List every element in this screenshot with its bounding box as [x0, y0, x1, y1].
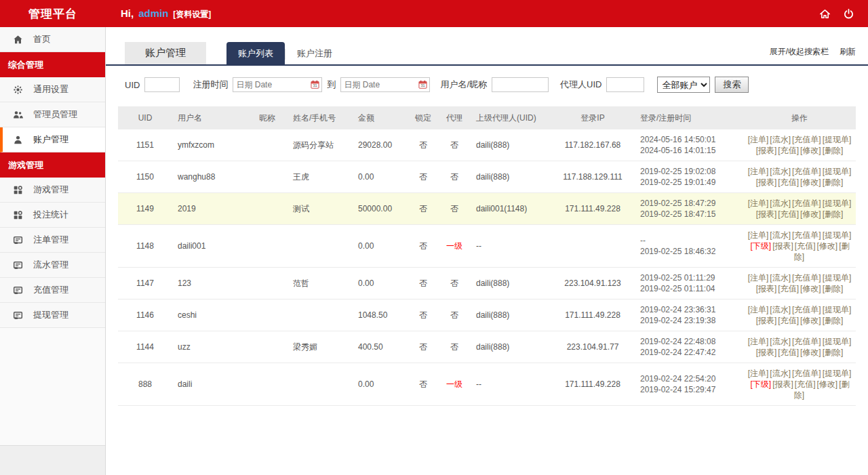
op-link[interactable]: [报表] [772, 241, 793, 251]
op-link[interactable]: [充值] [778, 284, 799, 293]
toggle-search-link[interactable]: 展开/收起搜索栏 [770, 46, 829, 58]
sidebar-item-admin-management[interactable]: 管理员管理 [0, 102, 105, 127]
profile-settings-link[interactable]: [资料设置] [173, 9, 211, 20]
sidebar-item-recharge-management[interactable]: 充值管理 [0, 278, 105, 303]
col-amount: 金额 [353, 106, 408, 129]
cell-uid: 888 [118, 363, 172, 406]
op-link[interactable]: [修改] [800, 284, 821, 293]
op-link[interactable]: [充值] [795, 379, 816, 389]
tab-account-register[interactable]: 账户注册 [285, 42, 344, 64]
username-input[interactable] [492, 77, 549, 92]
op-link[interactable]: [充值] [778, 348, 799, 357]
calendar-icon[interactable]: 31 [311, 80, 319, 89]
op-link[interactable]: [报表] [756, 348, 777, 357]
sidebar-item-general-settings[interactable]: 通用设置 [0, 77, 105, 102]
op-link[interactable]: [提现单] [823, 199, 852, 208]
op-link[interactable]: [提现单] [823, 230, 852, 240]
op-link[interactable]: [充值单] [792, 305, 821, 314]
op-link[interactable]: [删除] [823, 178, 844, 187]
ops-line-2: [报表][充值][修改][删除] [745, 145, 854, 156]
op-link[interactable]: [提现单] [823, 369, 852, 378]
op-link[interactable]: [提现单] [823, 273, 852, 283]
op-link[interactable]: [删除] [823, 209, 844, 219]
op-link[interactable]: [流水] [770, 273, 791, 283]
account-type-select[interactable]: 全部账户 [657, 77, 710, 93]
sidebar-item-home[interactable]: 首页 [0, 27, 105, 52]
sidebar-menu: 首页综合管理通用设置管理员管理账户管理游戏管理游戏管理投注统计注单管理流水管理充… [0, 27, 105, 328]
sidebar-item-bet-order-management[interactable]: 注单管理 [0, 228, 105, 253]
calendar-icon[interactable]: 31 [418, 80, 427, 89]
op-link[interactable]: [提现单] [823, 135, 852, 144]
date-to-input[interactable] [340, 77, 430, 92]
sidebar-item-flow-management[interactable]: 流水管理 [0, 253, 105, 278]
home-icon[interactable] [819, 8, 831, 20]
power-icon[interactable] [843, 8, 854, 20]
op-link[interactable]: [修改] [817, 379, 838, 389]
cell-username: 2019 [172, 193, 247, 225]
op-link[interactable]: [充值单] [792, 337, 821, 346]
op-link[interactable]: [流水] [770, 230, 791, 240]
op-link[interactable]: [注单] [748, 167, 769, 176]
op-link-sub-agent[interactable]: [下级] [750, 379, 771, 389]
op-link[interactable]: [修改] [800, 178, 821, 187]
op-link[interactable]: [修改] [800, 209, 821, 219]
op-link[interactable]: [删除] [823, 316, 844, 325]
op-link[interactable]: [流水] [770, 337, 791, 346]
op-link[interactable]: [注单] [748, 135, 769, 144]
op-link[interactable]: [充值单] [792, 230, 821, 240]
sidebar-item-bet-statistics[interactable]: 投注统计 [0, 203, 105, 228]
op-link[interactable]: [修改] [817, 241, 838, 251]
sidebar-item-game-management[interactable]: 游戏管理 [0, 178, 105, 203]
sidebar-item-account-management[interactable]: 账户管理 [0, 127, 105, 152]
op-link[interactable]: [提现单] [823, 337, 852, 346]
op-link[interactable]: [充值] [778, 316, 799, 325]
op-link[interactable]: [注单] [748, 337, 769, 346]
op-link[interactable]: [充值单] [792, 167, 821, 176]
date-from-input[interactable] [233, 77, 322, 92]
sidebar-filler [0, 328, 105, 445]
op-link[interactable]: [删除] [823, 146, 844, 155]
op-link[interactable]: [充值单] [792, 369, 821, 378]
op-link[interactable]: [注单] [748, 199, 769, 208]
tab-account-list[interactable]: 账户列表 [226, 42, 285, 64]
agent-uid-input[interactable] [606, 77, 644, 92]
op-link[interactable]: [流水] [770, 199, 791, 208]
op-link[interactable]: [报表] [756, 284, 777, 293]
op-link-sub-agent[interactable]: [下级] [750, 241, 771, 251]
op-link[interactable]: [注单] [748, 273, 769, 283]
op-link[interactable]: [注单] [748, 230, 769, 240]
search-button[interactable]: 搜索 [715, 77, 749, 93]
op-link[interactable]: [报表] [772, 379, 793, 389]
op-link[interactable]: [修改] [800, 348, 821, 357]
op-link[interactable]: [删除] [823, 348, 844, 357]
op-link[interactable]: [充值] [778, 209, 799, 219]
op-link[interactable]: [注单] [748, 369, 769, 378]
op-link[interactable]: [报表] [756, 209, 777, 219]
op-link[interactable]: [流水] [770, 369, 791, 378]
op-link[interactable]: [提现单] [823, 167, 852, 176]
op-link[interactable]: [删除] [823, 284, 844, 293]
op-link[interactable]: [注单] [748, 305, 769, 314]
op-link[interactable]: [报表] [756, 178, 777, 187]
op-link[interactable]: [报表] [756, 146, 777, 155]
op-link[interactable]: [充值] [795, 241, 816, 251]
op-link[interactable]: [充值单] [792, 199, 821, 208]
cell-agent: 否 [438, 300, 471, 331]
op-link[interactable]: [流水] [770, 305, 791, 314]
op-link[interactable]: [充值] [778, 146, 799, 155]
op-link[interactable]: [提现单] [823, 305, 852, 314]
uid-input[interactable] [144, 77, 180, 92]
op-link[interactable]: [修改] [800, 316, 821, 325]
op-link[interactable]: [充值] [778, 178, 799, 187]
ops-line-1: [注单][流水][充值单][提现单] [745, 304, 854, 315]
col-agent: 代理 [438, 106, 471, 129]
op-link[interactable]: [充值单] [792, 135, 821, 144]
op-link[interactable]: [流水] [770, 135, 791, 144]
op-link[interactable]: [修改] [800, 146, 821, 155]
op-link[interactable]: [充值单] [792, 273, 821, 283]
grid-icon [13, 185, 23, 195]
op-link[interactable]: [流水] [770, 167, 791, 176]
op-link[interactable]: [报表] [756, 316, 777, 325]
refresh-link[interactable]: 刷新 [840, 46, 856, 58]
sidebar-item-withdraw-management[interactable]: 提现管理 [0, 303, 105, 328]
